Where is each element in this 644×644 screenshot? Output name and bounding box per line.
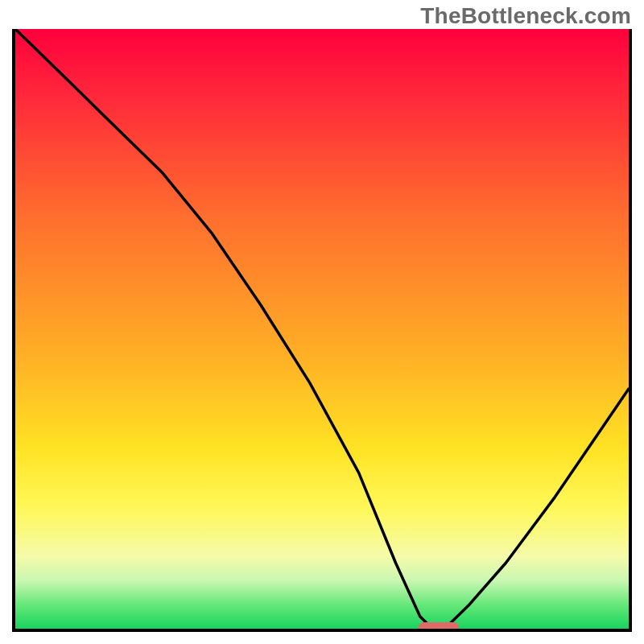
plot-area: [15, 29, 629, 629]
axis-bottom: [12, 629, 632, 632]
curve-svg: [15, 29, 629, 629]
watermark-text: TheBottleneck.com: [420, 3, 631, 29]
bottleneck-curve-path: [15, 29, 629, 629]
axis-left: [12, 29, 15, 632]
bottleneck-chart: TheBottleneck.com: [0, 0, 644, 644]
axis-right: [629, 29, 632, 632]
